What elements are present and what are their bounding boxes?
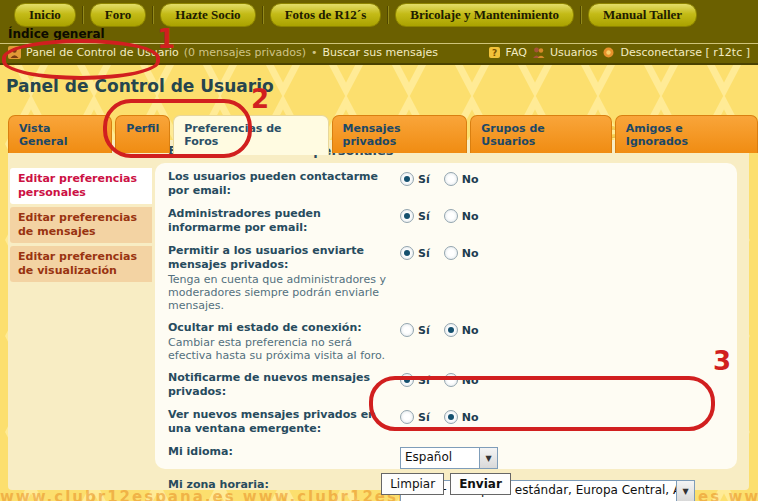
users-icon [532,46,545,59]
radio-dot [444,373,458,387]
nav-button-fotos-de-r12-s[interactable]: Fotos de R12´s [270,3,382,27]
radio-no[interactable]: No [444,209,479,223]
tab-mensajes-privados[interactable]: Mensajes privados [332,115,468,153]
field-label: Mi idioma: [168,445,386,459]
radio-label: No [462,173,479,186]
preferences-form: Los usuarios pueden contactarme por emai… [168,170,724,501]
submit-button[interactable]: Enviar [450,473,511,495]
form-row-permitir-a-los-usuarios-enviarte-mensajes-privados: Permitir a los usuarios enviarte mensaje… [168,244,724,312]
radio-label: No [462,374,479,387]
radio-dot [400,246,414,260]
tab-amigos-e-ignorados[interactable]: Amigos e Ignorados [615,115,758,153]
radio-label: Sí [418,324,430,337]
dropdown-arrow-icon: ▼ [479,448,497,468]
field-note: Tenga en cuenta que administradores y mo… [168,273,386,312]
form-actions: Limpiar Enviar [155,473,737,495]
radio-si[interactable]: Sí [400,323,430,337]
radio-si[interactable]: Sí [400,209,430,223]
users-link[interactable]: Usuarios [550,46,598,59]
nav-button-bricolaje-y-mantenimiento[interactable]: Bricolaje y Mantenimiento [395,3,574,27]
tab-perfil[interactable]: Perfil [115,115,170,153]
field-label: Los usuarios pueden contactarme por emai… [168,170,386,198]
breadcrumb-search-link[interactable]: Buscar sus mensajes [323,46,438,59]
radio-no[interactable]: No [444,246,479,260]
radio-dot [400,172,414,186]
top-navigation: InicioForoHazte SocioFotos de R12´sBrico… [14,3,697,27]
radio-dot [444,410,458,424]
tab-preferencias-de-foros[interactable]: Preferencias de Foros [173,115,328,155]
page-title: Panel de Control de Usuario [6,76,274,96]
radio-si[interactable]: Sí [400,246,430,260]
user-panel-icon [8,46,21,59]
ucp-sidebar: Editar preferencias personalesEditar pre… [10,168,152,282]
nav-button-inicio[interactable]: Inicio [14,3,76,27]
form-row-ocultar-mi-estado-de-conexion: Ocultar mi estado de conexión:Cambiar es… [168,321,724,362]
site-header: InicioForoHazte SocioFotos de R12´sBrico… [0,0,758,65]
nav-separator [82,6,84,24]
select-mi-idioma[interactable]: Español▼ [400,447,498,469]
form-row-ver-nuevos-mensajes-privados-en-una-ventana-emergente: Ver nuevos mensajes privados en una vent… [168,408,724,436]
radio-label: Sí [418,210,430,223]
radio-label: Sí [418,173,430,186]
sidebar-item-editar-preferencias-de-mensajes[interactable]: Editar preferencias de mensajes [10,207,152,243]
radio-label: Sí [418,411,430,424]
breadcrumb-ucp-link[interactable]: Panel de Control de Usuario [26,46,179,59]
faq-link[interactable]: FAQ [506,46,527,59]
form-row-los-usuarios-pueden-contactarme-por-email: Los usuarios pueden contactarme por emai… [168,170,724,198]
radio-si[interactable]: Sí [400,172,430,186]
sidebar-item-editar-preferencias-de-visualizacion[interactable]: Editar preferencias de visualización [10,246,152,282]
nav-separator [580,6,582,24]
nav-button-hazte-socio[interactable]: Hazte Socio [160,3,255,27]
radio-si[interactable]: Sí [400,373,430,387]
content-area: Editar preferencias personales Editar pr… [8,140,749,490]
radio-label: No [462,411,479,424]
field-label: Permitir a los usuarios enviarte mensaje… [168,244,386,272]
radio-dot [444,323,458,337]
nav-separator [152,6,154,24]
tab-grupos-de-usuarios[interactable]: Grupos de Usuarios [470,115,612,153]
radio-label: No [462,324,479,337]
forum-ucp-screen: www.clubr12espana.es www.clubr12espana.e… [0,0,758,501]
select-value: Español [401,448,479,468]
radio-dot [400,373,414,387]
nav-separator [262,6,264,24]
breadcrumb: Panel de Control de Usuario (0 mensajes … [0,44,758,63]
sidebar-item-editar-preferencias-personales[interactable]: Editar preferencias personales [10,168,152,204]
field-label: Notificarme de nuevos mensajes privados: [168,371,386,399]
preferences-panel: Los usuarios pueden contactarme por emai… [155,163,737,469]
radio-dot [400,410,414,424]
logout-link[interactable]: Desconectarse [ r12tc ] [620,46,750,59]
radio-dot [444,246,458,260]
radio-label: No [462,210,479,223]
faq-icon: ? [488,46,501,59]
radio-label: Sí [418,247,430,260]
breadcrumb-separator: • [311,46,318,59]
index-title: Índice general [8,27,105,41]
logout-icon [602,46,615,59]
radio-dot [444,172,458,186]
radio-label: Sí [418,374,430,387]
nav-button-manual-taller[interactable]: Manual Taller [588,3,697,27]
radio-dot [400,209,414,223]
radio-dot [400,323,414,337]
radio-si[interactable]: Sí [400,410,430,424]
radio-no[interactable]: No [444,172,479,186]
tab-vista-general[interactable]: Vista General [8,115,112,153]
field-label: Ocultar mi estado de conexión: [168,321,386,335]
radio-no[interactable]: No [444,373,479,387]
nav-separator [387,6,389,24]
nav-button-foro[interactable]: Foro [90,3,146,27]
radio-no[interactable]: No [444,410,479,424]
radio-no[interactable]: No [444,323,479,337]
reset-button[interactable]: Limpiar [381,473,444,495]
form-row-notificarme-de-nuevos-mensajes-privados: Notificarme de nuevos mensajes privados:… [168,371,724,399]
radio-dot [444,209,458,223]
form-row-mi-idioma: Mi idioma:Español▼ [168,445,724,469]
radio-label: No [462,247,479,260]
ucp-tabs: Vista GeneralPerfilPreferencias de Foros… [8,115,758,153]
field-label: Administradores pueden informarme por em… [168,207,386,235]
breadcrumb-private-messages: (0 mensajes privados) [184,46,306,59]
field-label: Ver nuevos mensajes privados en una vent… [168,408,386,436]
svg-text:?: ? [491,48,496,58]
index-bar: Índice general [0,26,758,44]
